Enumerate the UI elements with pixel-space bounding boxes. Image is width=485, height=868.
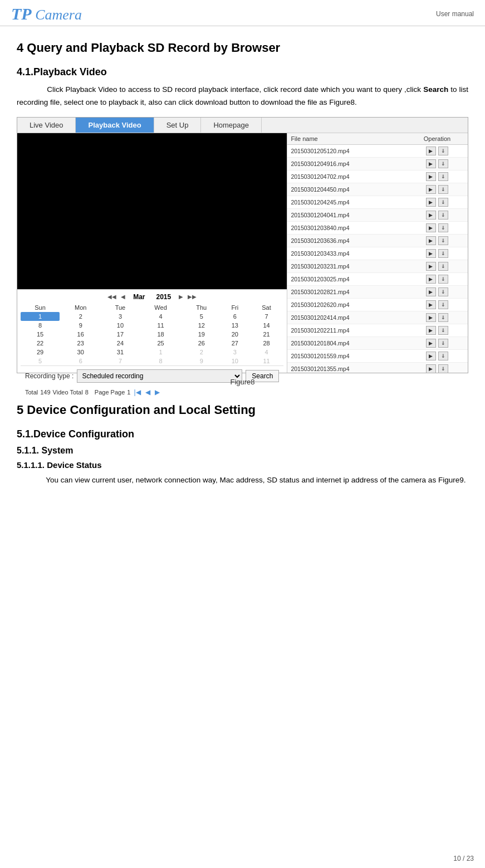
cal-day[interactable]: 4 — [249, 348, 284, 357]
cal-day[interactable]: 3 — [221, 348, 249, 357]
download-button[interactable]: ⇓ — [438, 198, 448, 207]
play-button[interactable]: ▶ — [426, 223, 436, 232]
cal-day[interactable]: 16 — [60, 330, 101, 339]
cal-day[interactable]: 5 — [183, 312, 221, 321]
cal-day[interactable]: 31 — [101, 348, 139, 357]
download-button[interactable]: ⇓ — [438, 339, 448, 348]
recording-type-select[interactable]: Scheduled recording Motion recording All — [77, 369, 242, 383]
cal-day[interactable]: 30 — [60, 348, 101, 357]
download-button[interactable]: ⇓ — [438, 159, 448, 168]
cal-day[interactable]: 3 — [101, 312, 139, 321]
download-button[interactable]: ⇓ — [438, 364, 448, 373]
cal-day[interactable]: 20 — [221, 330, 249, 339]
section4-title: 4 Query and Playback SD Record by Browse… — [17, 41, 468, 55]
cal-day[interactable]: 28 — [249, 339, 284, 348]
cal-day[interactable]: 9 — [60, 321, 101, 330]
cal-prev-month[interactable]: ◀ — [120, 294, 126, 300]
cal-day[interactable]: 13 — [221, 321, 249, 330]
cal-day[interactable]: 6 — [221, 312, 249, 321]
cal-day[interactable]: 23 — [60, 339, 101, 348]
cal-day[interactable]: 11 — [139, 321, 183, 330]
cal-day[interactable]: 10 — [221, 357, 249, 365]
play-button[interactable]: ▶ — [426, 339, 436, 348]
right-panel: File name Operation 20150301205120.mp4 ▶… — [287, 133, 468, 373]
play-button[interactable]: ▶ — [426, 236, 436, 245]
cal-day[interactable]: 10 — [101, 321, 139, 330]
cal-day[interactable]: 25 — [139, 339, 183, 348]
page-first[interactable]: |◀ — [133, 388, 141, 396]
cal-day[interactable]: 2 — [183, 348, 221, 357]
file-name: 20150301204041.mp4 — [287, 208, 406, 221]
play-button[interactable]: ▶ — [426, 262, 436, 271]
page-prev[interactable]: ◀ — [144, 388, 151, 396]
cal-day[interactable]: 22 — [21, 339, 60, 348]
cal-day[interactable]: 17 — [101, 330, 139, 339]
play-button[interactable]: ▶ — [426, 352, 436, 360]
play-button[interactable]: ▶ — [426, 364, 436, 373]
download-button[interactable]: ⇓ — [438, 236, 448, 245]
cal-day[interactable]: 2 — [60, 312, 101, 321]
cal-day[interactable]: 1 — [139, 348, 183, 357]
nav-playback-video[interactable]: Playback Video — [76, 118, 154, 133]
table-row: 20150301202620.mp4 ▶ ⇓ — [287, 298, 468, 311]
footer-page: 10 / 23 — [453, 855, 474, 862]
nav-setup[interactable]: Set Up — [154, 118, 202, 133]
page-label: Page Page — [95, 389, 125, 396]
play-button[interactable]: ▶ — [426, 185, 436, 194]
cal-day[interactable]: 9 — [183, 357, 221, 365]
cal-day[interactable]: 29 — [21, 348, 60, 357]
cal-day[interactable]: 18 — [139, 330, 183, 339]
download-button[interactable]: ⇓ — [438, 185, 448, 194]
play-button[interactable]: ▶ — [426, 159, 436, 168]
section51-title: 5.1.Device Configuration — [17, 428, 468, 440]
cal-day[interactable]: 4 — [139, 312, 183, 321]
play-button[interactable]: ▶ — [426, 172, 436, 181]
play-button[interactable]: ▶ — [426, 249, 436, 258]
video-total-label: Video Total — [53, 389, 83, 396]
download-button[interactable]: ⇓ — [438, 313, 448, 322]
cal-day[interactable]: 7 — [101, 357, 139, 365]
download-button[interactable]: ⇓ — [438, 300, 448, 309]
play-button[interactable]: ▶ — [426, 326, 436, 335]
cal-next-month[interactable]: ▶ — [178, 294, 184, 300]
download-button[interactable]: ⇓ — [438, 326, 448, 335]
cal-day[interactable]: 21 — [249, 330, 284, 339]
cal-prev-year[interactable]: ◀◀ — [106, 294, 117, 300]
cal-day[interactable]: 27 — [221, 339, 249, 348]
download-button[interactable]: ⇓ — [438, 352, 448, 360]
cal-day[interactable]: 12 — [183, 321, 221, 330]
nav-live-video[interactable]: Live Video — [17, 118, 76, 133]
file-operations: ▶ ⇓ — [406, 311, 468, 324]
play-button[interactable]: ▶ — [426, 198, 436, 207]
download-button[interactable]: ⇓ — [438, 147, 448, 155]
play-button[interactable]: ▶ — [426, 300, 436, 309]
play-button[interactable]: ▶ — [426, 147, 436, 155]
cal-day[interactable]: 14 — [249, 321, 284, 330]
cal-day[interactable]: 8 — [139, 357, 183, 365]
cal-next-year[interactable]: ▶▶ — [187, 294, 198, 300]
play-button[interactable]: ▶ — [426, 211, 436, 220]
play-button[interactable]: ▶ — [426, 287, 436, 296]
cal-day[interactable]: 26 — [183, 339, 221, 348]
download-button[interactable]: ⇓ — [438, 172, 448, 181]
download-button[interactable]: ⇓ — [438, 223, 448, 232]
nav-homepage[interactable]: Homepage — [201, 118, 262, 133]
cal-day[interactable]: 6 — [60, 357, 101, 365]
download-button[interactable]: ⇓ — [438, 249, 448, 258]
cal-day[interactable]: 7 — [249, 312, 284, 321]
cal-day[interactable]: 15 — [21, 330, 60, 339]
cal-day[interactable]: 11 — [249, 357, 284, 365]
download-button[interactable]: ⇓ — [438, 211, 448, 220]
page-next[interactable]: ▶ — [154, 388, 161, 396]
cal-day[interactable]: 5 — [21, 357, 60, 365]
download-button[interactable]: ⇓ — [438, 275, 448, 284]
file-name: 20150301204450.mp4 — [287, 183, 406, 196]
play-button[interactable]: ▶ — [426, 275, 436, 284]
play-button[interactable]: ▶ — [426, 313, 436, 322]
cal-day[interactable]: 24 — [101, 339, 139, 348]
cal-day[interactable]: 8 — [21, 321, 60, 330]
cal-day[interactable]: 19 — [183, 330, 221, 339]
cal-day[interactable]: 1 — [21, 312, 60, 321]
download-button[interactable]: ⇓ — [438, 262, 448, 271]
download-button[interactable]: ⇓ — [438, 287, 448, 296]
